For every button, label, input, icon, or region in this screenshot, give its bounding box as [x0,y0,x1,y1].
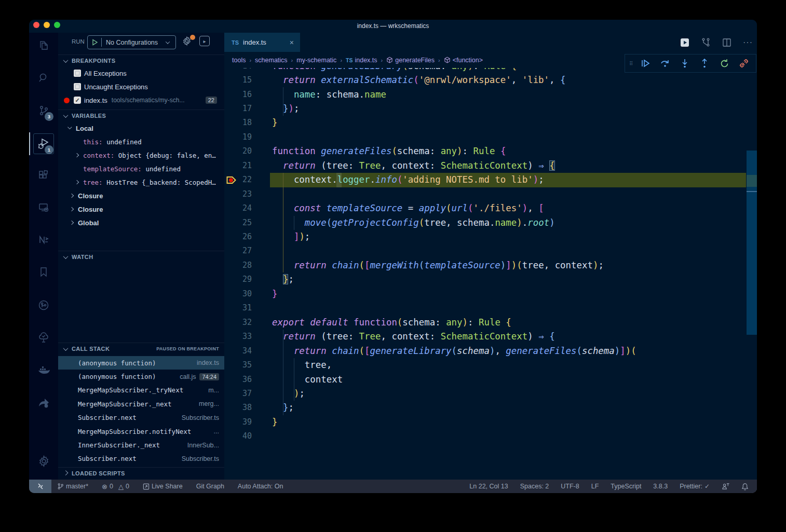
callstack-frame[interactable]: Subscriber.nextSubscriber.ts [58,411,224,425]
callstack-frame[interactable]: (anonymous function)index.ts [58,356,224,370]
variable-row[interactable]: tree: HostTree {_backend: ScopedH… [58,175,224,189]
variable-row[interactable]: Closure [58,189,224,202]
code-line-28[interactable]: 28 return chain([mergeWith(templateSourc… [224,258,757,272]
settings-gear-icon[interactable] [33,451,54,471]
code-line-25[interactable]: 25 move(getProjectConfig(tree, schema.na… [224,216,757,230]
breakpoint-row[interactable]: ✓index.tstools/schematics/my-sch...22 [58,93,224,107]
breadcrumb-item[interactable]: my-schematic [296,57,336,64]
indentation-item[interactable]: Spaces: 2 [520,483,549,490]
split-editor-icon[interactable] [722,38,731,47]
breakpoint-checkbox[interactable] [74,83,81,90]
code-line-29[interactable]: 29 }; [224,272,757,287]
git-graph-icon[interactable] [33,295,54,316]
prettier-item[interactable]: Prettier:✓ [680,483,710,490]
search-icon[interactable] [33,67,54,88]
callstack-frame[interactable]: (anonymous function)call.js74:24 [58,370,224,383]
expand-chevron-icon[interactable] [70,207,74,211]
restart-icon[interactable] [716,59,732,69]
git-branch-item[interactable]: master* [57,483,88,490]
callstack-frame[interactable]: Subscriber.nextSubscriber.ts [58,452,224,466]
code-line-18[interactable]: 18} [224,116,757,130]
code-line-37[interactable]: 37 ); [224,387,757,401]
variables-header[interactable]: ⌄VARIABLES [58,110,224,121]
code-line-15[interactable]: 15 return externalSchematic('@nrwl/works… [224,73,757,87]
debug-settings-gear-icon[interactable] [182,36,194,48]
code-line-33[interactable]: 33 return (tree: Tree, context: Schemati… [224,330,757,344]
code-line-31[interactable]: 31 [224,301,757,315]
remote-indicator[interactable] [29,480,51,493]
breakpoint-checkbox[interactable]: ✓ [74,97,81,104]
live-share-item[interactable]: Live Share [143,483,183,490]
expand-chevron-icon[interactable] [70,221,74,225]
code-line-16[interactable]: 16 name: schema.name [224,88,757,102]
git-graph-item[interactable]: Git Graph [196,483,224,490]
debug-console-button[interactable]: ▸ [199,36,210,46]
code-line-30[interactable]: 30} [224,287,757,301]
code-line-23[interactable]: 23 [224,187,757,201]
variable-row[interactable]: Closure [58,202,224,216]
notebook-icon[interactable] [33,229,54,250]
callstack-frame[interactable]: InnerSubscriber._nextInnerSub... [58,438,224,452]
code-line-19[interactable]: 19 [224,130,757,144]
expand-chevron-icon[interactable] [75,180,79,184]
cursor-position-item[interactable]: Ln 22, Col 13 [469,483,508,490]
callstack-frame[interactable]: MergeMapSubscriber._nextmerg... [58,397,224,411]
code-line-24[interactable]: 24 const templateSource = apply(url('./f… [224,201,757,215]
code-area[interactable]: 14function generateLibrary(schema: any):… [224,52,757,480]
notifications-bell-icon[interactable] [741,483,749,490]
continue-icon[interactable] [638,58,653,69]
breadcrumb-item[interactable]: schematics [255,57,288,64]
encoding-item[interactable]: UTF-8 [561,483,579,490]
code-line-35[interactable]: 35 tree, [224,358,757,372]
code-line-26[interactable]: 26 ]); [224,230,757,244]
code-line-39[interactable]: 39} [224,415,757,429]
extensions-icon[interactable] [33,165,54,186]
share-icon[interactable] [33,392,54,413]
expand-chevron-icon[interactable] [67,125,72,129]
code-line-20[interactable]: 20function generateFiles(schema: any): R… [224,144,757,158]
explorer-icon[interactable] [33,35,54,56]
callstack-frame[interactable]: MergeMapSubscriber.notifyNext... [58,425,224,438]
breadcrumb-item[interactable]: generateFiles [395,57,435,64]
run-or-debug-icon[interactable] [680,38,689,47]
code-line-21[interactable]: 21 return (tree: Tree, context: Schemati… [224,159,757,173]
feedback-icon[interactable] [722,483,729,490]
toolbar-grip-icon[interactable]: ⠿ [629,62,633,65]
code-line-40[interactable]: 40 [224,429,757,443]
variable-row[interactable]: Local [58,121,224,135]
breadcrumb-item[interactable]: tools [232,57,246,64]
test-explorer-icon[interactable] [33,327,54,348]
breakpoints-header[interactable]: ⌄BREAKPOINTS [58,54,224,66]
expand-chevron-icon[interactable] [75,153,79,157]
code-line-17[interactable]: 17 }); [224,102,757,116]
auto-attach-item[interactable]: Auto Attach: On [238,483,283,490]
call-stack-header[interactable]: ⌄CALL STACKPAUSED ON BREAKPOINT [58,343,224,354]
bookmarks-icon[interactable] [33,262,54,282]
variable-row[interactable]: context: Object {debug: false, en… [58,148,224,162]
step-over-icon[interactable] [657,58,673,69]
code-line-27[interactable]: 27 [224,244,757,258]
breadcrumb-item[interactable]: index.ts [355,57,377,64]
variable-row[interactable]: this: undefined [58,135,224,148]
code-line-32[interactable]: 32export default function(schema: any): … [224,316,757,330]
step-into-icon[interactable] [677,58,693,69]
watch-header[interactable]: ⌄WATCH [58,251,224,263]
breakpoint-row[interactable]: All Exceptions [58,66,224,80]
docker-icon[interactable] [33,360,54,380]
problems-item[interactable]: ⊗0 △0 [102,483,129,490]
remote-explorer-icon[interactable] [33,197,54,218]
code-line-38[interactable]: 38 }; [224,401,757,415]
variable-row[interactable]: Global [58,216,224,229]
breakpoint-row[interactable]: Uncaught Exceptions [58,80,224,93]
editor-scrollbar[interactable] [747,52,757,480]
eol-item[interactable]: LF [591,483,599,490]
open-changes-icon[interactable] [701,37,711,47]
start-debug-icon[interactable] [91,39,98,46]
expand-chevron-icon[interactable] [70,194,74,198]
tab-close-icon[interactable]: × [290,38,294,47]
code-line-22[interactable]: 22 context.logger.info('adding NOTES.md … [224,173,757,187]
version-item[interactable]: 3.8.3 [653,483,668,490]
language-item[interactable]: TypeScript [611,483,641,490]
code-line-34[interactable]: 34 return chain([generateLibrary(schema)… [224,344,757,358]
step-out-icon[interactable] [697,58,712,69]
